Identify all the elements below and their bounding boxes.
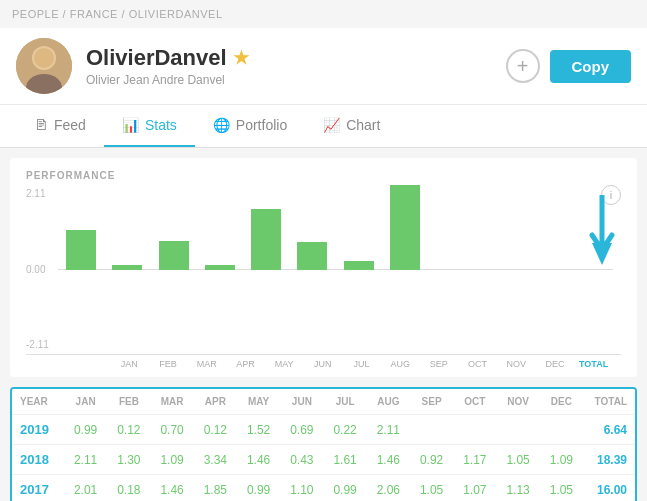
bar-jan xyxy=(66,230,96,270)
breadcrumb: PEOPLE / FRANCE / OLIVIERDANVEL xyxy=(0,0,647,28)
profile-name: OlivierDanvel ★ xyxy=(86,45,506,71)
y-label-top: 2.11 xyxy=(26,189,49,199)
col-apr-header: APR xyxy=(194,396,237,407)
x-label-sep: SEP xyxy=(420,359,459,369)
chart-icon: 📈 xyxy=(323,117,340,133)
chart-section: PERFORMANCE i 2.11 0.00 -2.11 JANFEBMARA… xyxy=(10,158,637,377)
col-dec-header: DEC xyxy=(540,396,583,407)
svg-point-3 xyxy=(34,48,54,68)
cell-2017-jan: 2.01 xyxy=(64,483,107,497)
cell-total-2019: 6.64 xyxy=(583,423,627,437)
tab-stats-label: Stats xyxy=(145,117,177,133)
avatar xyxy=(16,38,72,94)
bar-mar xyxy=(159,241,189,269)
tab-feed-label: Feed xyxy=(54,117,86,133)
performance-label: PERFORMANCE xyxy=(26,170,621,181)
cell-2018-oct: 1.17 xyxy=(453,453,496,467)
cell-2019-apr: 0.12 xyxy=(194,423,237,437)
cell-2018-aug: 1.46 xyxy=(367,453,410,467)
cell-2018-sep: 0.92 xyxy=(410,453,453,467)
col-nov-header: NOV xyxy=(497,396,540,407)
bar-group-nov xyxy=(521,185,567,354)
bar-group-feb xyxy=(104,185,150,354)
tabs-bar: 🖹 Feed 📊 Stats 🌐 Portfolio 📈 Chart xyxy=(0,105,647,148)
cell-total-2017: 16.00 xyxy=(583,483,627,497)
y-label-bot: -2.11 xyxy=(26,340,49,350)
cell-2017-dec: 1.05 xyxy=(540,483,583,497)
table-row: 20190.990.120.700.121.520.690.222.116.64 xyxy=(12,415,635,445)
tab-chart-label: Chart xyxy=(346,117,380,133)
x-label-apr: APR xyxy=(226,359,265,369)
x-label-aug: AUG xyxy=(381,359,420,369)
bar-apr xyxy=(205,265,235,270)
x-label-dec: DEC xyxy=(536,359,575,369)
cell-2019-jun: 0.69 xyxy=(280,423,323,437)
bar-aug xyxy=(390,185,420,270)
cell-2017-apr: 1.85 xyxy=(194,483,237,497)
cell-2018-jan: 2.11 xyxy=(64,453,107,467)
x-label-jul: JUL xyxy=(342,359,381,369)
breadcrumb-person[interactable]: OLIVIERDANVEL xyxy=(129,8,223,20)
col-year-header: YEAR xyxy=(20,396,64,407)
cell-2017-mar: 1.46 xyxy=(151,483,194,497)
svg-marker-4 xyxy=(592,243,612,265)
star-icon[interactable]: ★ xyxy=(233,47,249,69)
cell-2018-apr: 3.34 xyxy=(194,453,237,467)
col-jan-header: JAN xyxy=(64,396,107,407)
bar-group-jul xyxy=(336,185,382,354)
bar-group-jun xyxy=(289,185,335,354)
bar-may xyxy=(251,209,281,270)
bar-group-may xyxy=(243,185,289,354)
profile-subname: Olivier Jean Andre Danvel xyxy=(86,73,506,87)
copy-button[interactable]: Copy xyxy=(550,50,632,83)
breadcrumb-people[interactable]: PEOPLE xyxy=(12,8,59,20)
cell-2019-aug: 2.11 xyxy=(367,423,410,437)
cell-2019-feb: 0.12 xyxy=(107,423,150,437)
cell-2018-jun: 0.43 xyxy=(280,453,323,467)
stats-icon: 📊 xyxy=(122,117,139,133)
tab-feed[interactable]: 🖹 Feed xyxy=(16,105,104,147)
bar-jun xyxy=(297,242,327,270)
profile-name-text: OlivierDanvel xyxy=(86,45,227,71)
tab-portfolio-label: Portfolio xyxy=(236,117,287,133)
cell-2019-jan: 0.99 xyxy=(64,423,107,437)
col-mar-header: MAR xyxy=(151,396,194,407)
y-label-mid: 0.00 xyxy=(26,265,49,275)
breadcrumb-sep2: / xyxy=(122,8,129,20)
col-sep-header: SEP xyxy=(410,396,453,407)
tab-stats[interactable]: 📊 Stats xyxy=(104,105,195,147)
cell-2018-dec: 1.09 xyxy=(540,453,583,467)
cell-year-2017: 2017 xyxy=(20,482,64,497)
cell-2018-nov: 1.05 xyxy=(497,453,540,467)
breadcrumb-france[interactable]: FRANCE xyxy=(70,8,118,20)
add-button[interactable]: + xyxy=(506,49,540,83)
cell-2018-mar: 1.09 xyxy=(151,453,194,467)
col-may-header: MAY xyxy=(237,396,280,407)
x-label-mar: MAR xyxy=(187,359,226,369)
cell-2017-may: 0.99 xyxy=(237,483,280,497)
cell-2017-feb: 0.18 xyxy=(107,483,150,497)
col-jun-header: JUN xyxy=(280,396,323,407)
cell-total-2018: 18.39 xyxy=(583,453,627,467)
x-label-nov: NOV xyxy=(497,359,536,369)
cell-year-2018: 2018 xyxy=(20,452,64,467)
bar-group-sep xyxy=(428,185,474,354)
cell-2018-jul: 1.61 xyxy=(324,453,367,467)
cell-2017-oct: 1.07 xyxy=(453,483,496,497)
bar-jul xyxy=(344,261,374,270)
col-jul-header: JUL xyxy=(324,396,367,407)
cell-2018-may: 1.46 xyxy=(237,453,280,467)
bar-group-aug xyxy=(382,185,428,354)
cell-2017-jul: 0.99 xyxy=(324,483,367,497)
cell-2019-may: 1.52 xyxy=(237,423,280,437)
col-feb-header: FEB xyxy=(107,396,150,407)
cell-2018-feb: 1.30 xyxy=(107,453,150,467)
portfolio-icon: 🌐 xyxy=(213,117,230,133)
tab-chart[interactable]: 📈 Chart xyxy=(305,105,398,147)
y-axis: 2.11 0.00 -2.11 xyxy=(26,185,49,354)
table-header-row: YEAR JAN FEB MAR APR MAY JUN JUL AUG SEP… xyxy=(12,389,635,415)
col-oct-header: OCT xyxy=(453,396,496,407)
table-row: 20182.111.301.093.341.460.431.611.460.92… xyxy=(12,445,635,475)
table-row: 20172.010.181.461.850.991.100.992.061.05… xyxy=(12,475,635,501)
tab-portfolio[interactable]: 🌐 Portfolio xyxy=(195,105,305,147)
